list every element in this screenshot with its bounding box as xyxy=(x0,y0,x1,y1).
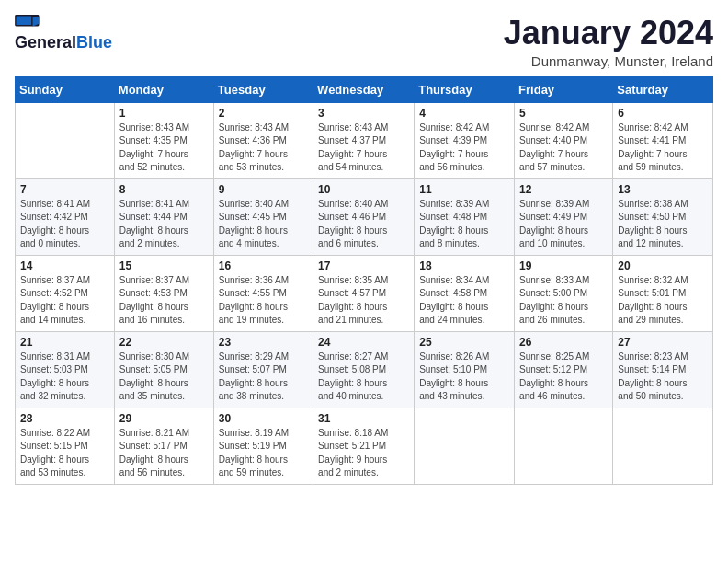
calendar-cell xyxy=(613,408,713,484)
day-number: 25 xyxy=(419,336,509,349)
calendar-week-row: 28Sunrise: 8:22 AMSunset: 5:15 PMDayligh… xyxy=(16,408,713,484)
day-info: Sunrise: 8:40 AMSunset: 4:45 PMDaylight:… xyxy=(219,198,308,251)
calendar-cell: 6Sunrise: 8:42 AMSunset: 4:41 PMDaylight… xyxy=(613,102,713,178)
calendar-cell: 7Sunrise: 8:41 AMSunset: 4:42 PMDaylight… xyxy=(16,178,115,255)
weekday-header-wednesday: Wednesday xyxy=(313,76,415,102)
day-number: 23 xyxy=(219,336,308,349)
location: Dunmanway, Munster, Ireland xyxy=(504,53,713,69)
day-info: Sunrise: 8:34 AMSunset: 4:58 PMDaylight:… xyxy=(419,274,509,327)
day-info: Sunrise: 8:30 AMSunset: 5:05 PMDaylight:… xyxy=(119,350,209,404)
day-number: 5 xyxy=(519,107,608,120)
calendar-cell: 2Sunrise: 8:43 AMSunset: 4:36 PMDaylight… xyxy=(213,102,313,178)
calendar-week-row: 1Sunrise: 8:43 AMSunset: 4:35 PMDaylight… xyxy=(16,102,713,178)
day-info: Sunrise: 8:36 AMSunset: 4:55 PMDaylight:… xyxy=(219,274,308,327)
calendar-cell: 22Sunrise: 8:30 AMSunset: 5:05 PMDayligh… xyxy=(114,331,213,408)
day-info: Sunrise: 8:23 AMSunset: 5:14 PMDaylight:… xyxy=(618,350,708,404)
day-info: Sunrise: 8:40 AMSunset: 4:46 PMDaylight:… xyxy=(318,198,409,251)
day-info: Sunrise: 8:33 AMSunset: 5:00 PMDaylight:… xyxy=(519,274,608,327)
calendar-cell: 11Sunrise: 8:39 AMSunset: 4:48 PMDayligh… xyxy=(415,178,515,255)
day-number: 21 xyxy=(20,336,109,349)
day-info: Sunrise: 8:22 AMSunset: 5:15 PMDaylight:… xyxy=(20,427,109,480)
calendar-cell: 18Sunrise: 8:34 AMSunset: 4:58 PMDayligh… xyxy=(415,255,515,331)
calendar-cell xyxy=(415,408,515,484)
weekday-header-thursday: Thursday xyxy=(415,76,515,102)
weekday-header-saturday: Saturday xyxy=(613,76,713,102)
day-number: 16 xyxy=(219,259,308,272)
day-number: 22 xyxy=(119,336,209,349)
calendar-cell: 23Sunrise: 8:29 AMSunset: 5:07 PMDayligh… xyxy=(213,331,313,408)
calendar-cell: 5Sunrise: 8:42 AMSunset: 4:40 PMDaylight… xyxy=(515,102,613,178)
calendar-cell: 29Sunrise: 8:21 AMSunset: 5:17 PMDayligh… xyxy=(114,408,213,484)
day-number: 31 xyxy=(318,412,409,425)
day-info: Sunrise: 8:31 AMSunset: 5:03 PMDaylight:… xyxy=(20,350,109,404)
title-area: January 2024 Dunmanway, Munster, Ireland xyxy=(504,15,713,69)
calendar-cell: 17Sunrise: 8:35 AMSunset: 4:57 PMDayligh… xyxy=(313,255,415,331)
day-number: 12 xyxy=(519,183,608,196)
calendar-cell: 21Sunrise: 8:31 AMSunset: 5:03 PMDayligh… xyxy=(16,331,115,408)
calendar-cell: 13Sunrise: 8:38 AMSunset: 4:50 PMDayligh… xyxy=(613,178,713,255)
day-number: 17 xyxy=(318,259,409,272)
day-info: Sunrise: 8:37 AMSunset: 4:53 PMDaylight:… xyxy=(119,274,209,327)
svg-rect-2 xyxy=(17,16,32,25)
day-info: Sunrise: 8:26 AMSunset: 5:10 PMDaylight:… xyxy=(419,350,509,404)
day-info: Sunrise: 8:39 AMSunset: 4:49 PMDaylight:… xyxy=(519,198,608,251)
day-info: Sunrise: 8:21 AMSunset: 5:17 PMDaylight:… xyxy=(119,427,209,480)
calendar-cell: 28Sunrise: 8:22 AMSunset: 5:15 PMDayligh… xyxy=(16,408,115,484)
calendar-week-row: 14Sunrise: 8:37 AMSunset: 4:52 PMDayligh… xyxy=(16,255,713,331)
day-info: Sunrise: 8:29 AMSunset: 5:07 PMDaylight:… xyxy=(219,350,308,404)
day-number: 10 xyxy=(318,183,409,196)
calendar-cell: 3Sunrise: 8:43 AMSunset: 4:37 PMDaylight… xyxy=(313,102,415,178)
day-info: Sunrise: 8:35 AMSunset: 4:57 PMDaylight:… xyxy=(318,274,409,327)
day-number: 4 xyxy=(419,107,509,120)
calendar-cell: 10Sunrise: 8:40 AMSunset: 4:46 PMDayligh… xyxy=(313,178,415,255)
day-number: 24 xyxy=(318,336,409,349)
day-info: Sunrise: 8:42 AMSunset: 4:41 PMDaylight:… xyxy=(618,121,708,175)
day-info: Sunrise: 8:38 AMSunset: 4:50 PMDaylight:… xyxy=(618,198,708,251)
day-number: 28 xyxy=(20,412,109,425)
calendar-cell: 26Sunrise: 8:25 AMSunset: 5:12 PMDayligh… xyxy=(515,331,613,408)
weekday-header-sunday: Sunday xyxy=(16,76,115,102)
day-number: 1 xyxy=(119,107,209,120)
day-info: Sunrise: 8:39 AMSunset: 4:48 PMDaylight:… xyxy=(419,198,509,251)
calendar-cell: 24Sunrise: 8:27 AMSunset: 5:08 PMDayligh… xyxy=(313,331,415,408)
day-number: 8 xyxy=(119,183,209,196)
calendar-cell: 15Sunrise: 8:37 AMSunset: 4:53 PMDayligh… xyxy=(114,255,213,331)
day-info: Sunrise: 8:27 AMSunset: 5:08 PMDaylight:… xyxy=(318,350,409,404)
day-info: Sunrise: 8:43 AMSunset: 4:36 PMDaylight:… xyxy=(219,121,308,175)
calendar-cell: 14Sunrise: 8:37 AMSunset: 4:52 PMDayligh… xyxy=(16,255,115,331)
day-info: Sunrise: 8:42 AMSunset: 4:39 PMDaylight:… xyxy=(419,121,509,175)
calendar-cell: 27Sunrise: 8:23 AMSunset: 5:14 PMDayligh… xyxy=(613,331,713,408)
day-number: 9 xyxy=(219,183,308,196)
calendar-week-row: 7Sunrise: 8:41 AMSunset: 4:42 PMDaylight… xyxy=(16,178,713,255)
day-number: 18 xyxy=(419,259,509,272)
day-info: Sunrise: 8:32 AMSunset: 5:01 PMDaylight:… xyxy=(618,274,708,327)
logo: GeneralBlue xyxy=(15,15,112,52)
day-info: Sunrise: 8:43 AMSunset: 4:37 PMDaylight:… xyxy=(318,121,409,175)
day-info: Sunrise: 8:41 AMSunset: 4:42 PMDaylight:… xyxy=(20,198,109,251)
month-title: January 2024 xyxy=(504,15,713,52)
day-number: 13 xyxy=(618,183,708,196)
calendar-cell: 8Sunrise: 8:41 AMSunset: 4:44 PMDaylight… xyxy=(114,178,213,255)
calendar-week-row: 21Sunrise: 8:31 AMSunset: 5:03 PMDayligh… xyxy=(16,331,713,408)
day-info: Sunrise: 8:43 AMSunset: 4:35 PMDaylight:… xyxy=(119,121,209,175)
day-number: 2 xyxy=(219,107,308,120)
calendar-cell xyxy=(515,408,613,484)
weekday-header-row: SundayMondayTuesdayWednesdayThursdayFrid… xyxy=(16,76,713,102)
day-number: 30 xyxy=(219,412,308,425)
day-number: 20 xyxy=(618,259,708,272)
calendar-cell: 1Sunrise: 8:43 AMSunset: 4:35 PMDaylight… xyxy=(114,102,213,178)
day-info: Sunrise: 8:18 AMSunset: 5:21 PMDaylight:… xyxy=(318,427,409,480)
day-number: 3 xyxy=(318,107,409,120)
calendar-cell: 4Sunrise: 8:42 AMSunset: 4:39 PMDaylight… xyxy=(415,102,515,178)
calendar-cell: 12Sunrise: 8:39 AMSunset: 4:49 PMDayligh… xyxy=(515,178,613,255)
calendar-cell: 20Sunrise: 8:32 AMSunset: 5:01 PMDayligh… xyxy=(613,255,713,331)
weekday-header-monday: Monday xyxy=(114,76,213,102)
day-info: Sunrise: 8:37 AMSunset: 4:52 PMDaylight:… xyxy=(20,274,109,327)
day-number: 15 xyxy=(119,259,209,272)
day-number: 27 xyxy=(618,336,708,349)
day-info: Sunrise: 8:19 AMSunset: 5:19 PMDaylight:… xyxy=(219,427,308,480)
calendar-cell: 16Sunrise: 8:36 AMSunset: 4:55 PMDayligh… xyxy=(213,255,313,331)
logo-blue: Blue xyxy=(76,33,112,52)
calendar-cell xyxy=(16,102,115,178)
calendar-cell: 19Sunrise: 8:33 AMSunset: 5:00 PMDayligh… xyxy=(515,255,613,331)
